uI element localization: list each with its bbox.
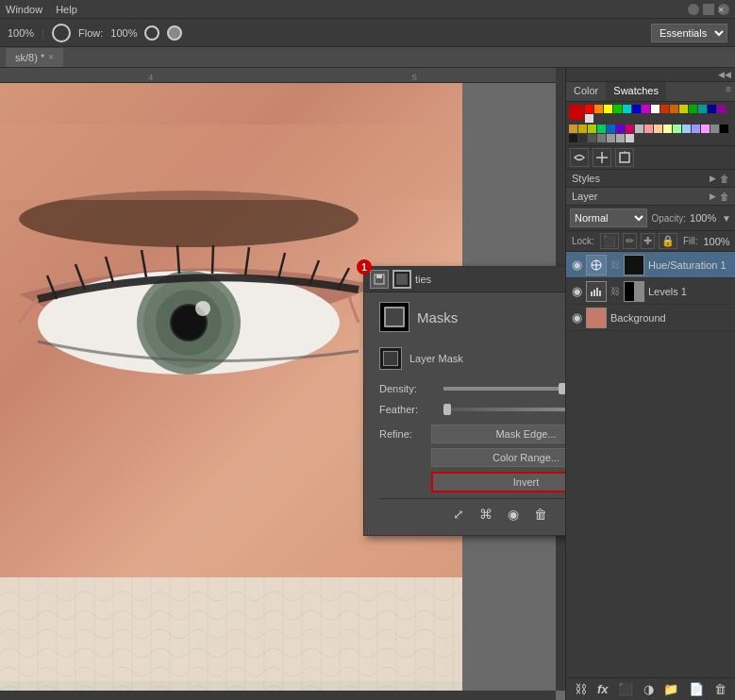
swatch-item[interactable] bbox=[623, 105, 631, 113]
feather-handle[interactable] bbox=[443, 404, 451, 415]
h-scrollbar[interactable] bbox=[0, 691, 556, 700]
feather-slider[interactable] bbox=[443, 408, 565, 411]
layer-visibility-eye-bg[interactable]: ◉ bbox=[572, 310, 582, 325]
swatch-item[interactable] bbox=[607, 125, 615, 133]
layer-visibility-eye[interactable]: ◉ bbox=[572, 258, 582, 272]
color-tab[interactable]: Color bbox=[566, 82, 606, 101]
swatch-item[interactable] bbox=[701, 125, 710, 133]
color-range-button[interactable]: Color Range... bbox=[431, 448, 565, 467]
new-layer-icon[interactable]: 📄 bbox=[689, 682, 704, 696]
fx-icon[interactable]: fx bbox=[597, 682, 609, 696]
tab-close-btn[interactable]: × bbox=[48, 52, 54, 62]
transform-tool[interactable] bbox=[615, 148, 634, 167]
swatch-item[interactable] bbox=[651, 105, 660, 113]
menu-window[interactable]: Window bbox=[6, 4, 42, 15]
layer-name-bg: Background bbox=[610, 312, 729, 324]
swatch-item[interactable] bbox=[626, 134, 634, 142]
swatch-item[interactable] bbox=[710, 125, 719, 133]
swatch-item[interactable] bbox=[698, 105, 707, 113]
swatch-item[interactable] bbox=[644, 125, 653, 133]
bottom-delete-icon[interactable]: 🗑 bbox=[534, 507, 547, 522]
delete-layer-icon[interactable]: 🗑 bbox=[714, 682, 727, 696]
layer-visibility-eye-levels[interactable]: ◉ bbox=[572, 284, 582, 298]
swatch-item[interactable] bbox=[679, 105, 688, 113]
swatch-item[interactable] bbox=[585, 114, 593, 123]
swatch-item[interactable] bbox=[613, 105, 622, 113]
minimize-btn[interactable] bbox=[688, 4, 699, 15]
swatch-item[interactable] bbox=[682, 125, 691, 133]
airbrush-icon[interactable] bbox=[144, 25, 159, 41]
document-tab[interactable]: sk/8) * × bbox=[6, 48, 63, 67]
styles-collapse-icon[interactable]: ▶ bbox=[710, 174, 716, 184]
swatch-item[interactable] bbox=[692, 125, 700, 133]
styles-delete-icon[interactable]: 🗑 bbox=[720, 174, 729, 184]
canvas-area[interactable]: 4 5 bbox=[0, 68, 565, 700]
save-panel-icon[interactable] bbox=[370, 270, 389, 289]
swatch-item[interactable] bbox=[720, 125, 728, 133]
swatch-item[interactable] bbox=[607, 134, 615, 142]
swatch-item[interactable] bbox=[578, 134, 587, 142]
bottom-eye-icon[interactable]: ◉ bbox=[508, 507, 519, 522]
opacity-arrow[interactable]: ▼ bbox=[722, 213, 731, 224]
density-handle[interactable] bbox=[559, 383, 565, 394]
move-tool[interactable] bbox=[593, 148, 611, 167]
collapse-panel-icon[interactable]: ◀◀ bbox=[718, 70, 731, 79]
swatch-item[interactable] bbox=[594, 105, 603, 113]
swatch-item[interactable] bbox=[569, 134, 577, 142]
swatch-item[interactable] bbox=[604, 105, 612, 113]
create-group-icon[interactable]: 📁 bbox=[663, 682, 678, 696]
swatch-item[interactable] bbox=[642, 105, 650, 113]
blend-mode-select[interactable]: Normal bbox=[570, 208, 647, 227]
swatch-item[interactable] bbox=[689, 105, 697, 113]
swatch-item[interactable] bbox=[635, 125, 643, 133]
swatches-tab[interactable]: Swatches bbox=[606, 82, 666, 101]
swatch-item[interactable] bbox=[588, 125, 596, 133]
lock-position-icon[interactable]: ✚ bbox=[641, 233, 655, 249]
swatch-item[interactable] bbox=[616, 134, 625, 142]
swatch-item[interactable] bbox=[585, 105, 593, 113]
swatch-item[interactable] bbox=[660, 105, 669, 113]
swatch-item[interactable] bbox=[588, 134, 596, 142]
bottom-move-icon[interactable]: ⌘ bbox=[479, 507, 493, 522]
menu-help[interactable]: Help bbox=[56, 4, 77, 15]
swatch-item[interactable] bbox=[670, 105, 678, 113]
layer-item-levels[interactable]: ◉ ⛓ Levels 1 bbox=[566, 278, 735, 305]
layer-item-background[interactable]: ◉ Background bbox=[566, 305, 735, 331]
lock-all-icon[interactable]: 🔒 bbox=[659, 233, 677, 249]
add-adjustment-icon[interactable]: ◑ bbox=[643, 682, 654, 696]
swatch-item[interactable] bbox=[569, 125, 577, 133]
brush-icon[interactable] bbox=[52, 24, 71, 42]
swatch-item[interactable] bbox=[708, 105, 716, 113]
swatch-item[interactable] bbox=[663, 125, 672, 133]
swatch-item[interactable] bbox=[673, 125, 681, 133]
swatch-item[interactable] bbox=[717, 105, 726, 113]
layer-item-hue-sat[interactable]: ◉ ⛓ Hue/Saturation 1 bbox=[566, 252, 735, 278]
tablet-icon[interactable] bbox=[167, 25, 182, 41]
bottom-resize-icon[interactable]: ⤢ bbox=[453, 507, 464, 522]
swatch-item[interactable] bbox=[626, 125, 634, 133]
workspace-select[interactable]: Essentials bbox=[651, 24, 727, 42]
lasso-tool[interactable] bbox=[570, 148, 589, 167]
mask-tab-icon[interactable] bbox=[393, 270, 411, 289]
layers-collapse-icon[interactable]: ▶ bbox=[710, 192, 716, 201]
lock-transparency-icon[interactable]: ⬛ bbox=[600, 233, 619, 249]
layer-levels-thumb bbox=[586, 281, 607, 302]
mask-edge-button[interactable]: Mask Edge... bbox=[431, 425, 565, 443]
opacity-label: Opacity: bbox=[651, 213, 686, 224]
swatch-item[interactable] bbox=[569, 105, 584, 120]
swatch-item[interactable] bbox=[616, 125, 625, 133]
swatch-item[interactable] bbox=[654, 125, 662, 133]
close-btn[interactable]: × bbox=[718, 4, 729, 15]
link-layers-icon[interactable]: ⛓ bbox=[575, 682, 587, 696]
maximize-btn[interactable] bbox=[703, 4, 714, 15]
add-mask-icon[interactable]: ⬛ bbox=[618, 682, 633, 696]
swatch-item[interactable] bbox=[632, 105, 641, 113]
swatch-item[interactable] bbox=[597, 134, 606, 142]
lock-image-icon[interactable]: ✏ bbox=[623, 233, 637, 249]
swatch-item[interactable] bbox=[597, 125, 606, 133]
swatch-item[interactable] bbox=[578, 125, 587, 133]
layers-delete-icon[interactable]: 🗑 bbox=[720, 192, 729, 202]
panel-menu-icon[interactable]: ≡ bbox=[722, 82, 735, 101]
density-slider[interactable] bbox=[443, 387, 565, 391]
invert-button[interactable]: Invert bbox=[431, 472, 565, 492]
